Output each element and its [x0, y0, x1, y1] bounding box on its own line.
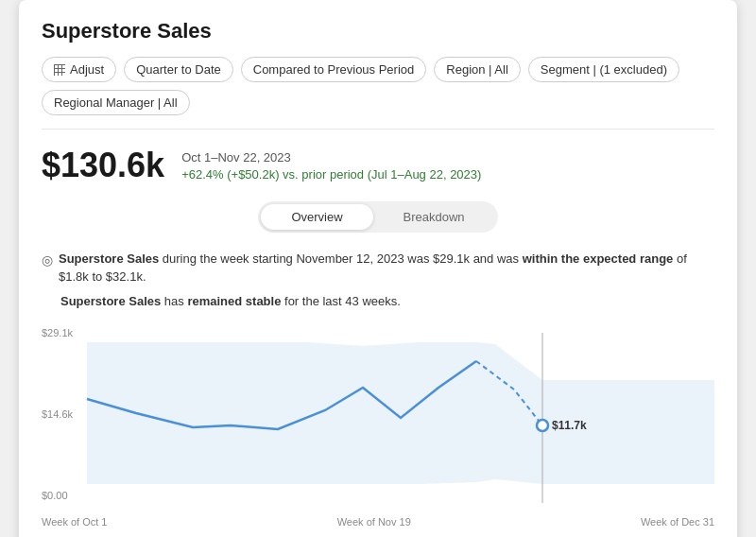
chart-area: $29.1k $14.6k $0.00 $11.7k [42, 323, 714, 512]
adjust-button[interactable]: Adjust [42, 57, 116, 82]
svg-text:$11.7k: $11.7k [552, 419, 587, 432]
tab-overview[interactable]: Overview [261, 204, 372, 230]
svg-text:$29.1k: $29.1k [42, 327, 74, 338]
x-label-nov: Week of Nov 19 [337, 516, 411, 528]
segment-label: Segment | (1 excluded) [541, 62, 667, 77]
metric-change: +62.4% (+$50.2k) vs. prior period (Jul 1… [181, 167, 481, 182]
page-title: Superstore Sales [42, 19, 714, 43]
region-label: Region | All [446, 62, 508, 77]
segment-button[interactable]: Segment | (1 excluded) [528, 57, 679, 82]
location-icon: ◎ [42, 251, 53, 270]
quarter-button[interactable]: Quarter to Date [124, 57, 233, 82]
main-card: Superstore Sales Adjust Quarter to Date … [19, 0, 737, 537]
chart-band [87, 342, 714, 484]
tabs-container: Overview Breakdown [258, 201, 497, 233]
insight-line2: Superstore Sales has remained stable for… [60, 292, 714, 311]
manager-label: Regional Manager | All [54, 95, 178, 110]
insight-mid2: has [161, 294, 187, 308]
compared-button[interactable]: Compared to Previous Period [241, 57, 427, 82]
insight-bold-sales: Superstore Sales [59, 251, 159, 266]
insight-bold-stable: remained stable [187, 294, 281, 308]
metric-row: $130.6k Oct 1–Nov 22, 2023 +62.4% (+$50.… [42, 147, 714, 184]
x-label-oct: Week of Oct 1 [42, 516, 108, 528]
insight-suffix2: for the last 43 weeks. [281, 294, 400, 308]
insight-bold-sales2: Superstore Sales [60, 294, 161, 308]
metric-detail: Oct 1–Nov 22, 2023 +62.4% (+$50.2k) vs. … [181, 147, 481, 182]
chart-svg: $29.1k $14.6k $0.00 $11.7k [42, 323, 714, 512]
grid-icon [54, 64, 65, 76]
chart-datapoint [537, 420, 548, 431]
compared-label: Compared to Previous Period [253, 62, 415, 77]
insight-line1: ◎ Superstore Sales during the week start… [42, 250, 714, 286]
tabs-row: Overview Breakdown [42, 201, 714, 233]
tab-breakdown[interactable]: Breakdown [373, 204, 495, 230]
toolbar: Adjust Quarter to Date Compared to Previ… [42, 57, 714, 130]
metric-value: $130.6k [42, 147, 164, 184]
region-button[interactable]: Region | All [434, 57, 521, 82]
insight-bold-range: within the expected range [523, 251, 674, 266]
quarter-label: Quarter to Date [136, 62, 221, 77]
svg-text:$0.00: $0.00 [42, 490, 68, 501]
x-labels: Week of Oct 1 Week of Nov 19 Week of Dec… [42, 516, 714, 528]
insight-mid: during the week starting November 12, 20… [159, 251, 522, 266]
svg-text:$14.6k: $14.6k [42, 408, 74, 420]
adjust-label: Adjust [70, 62, 104, 77]
manager-button[interactable]: Regional Manager | All [42, 90, 190, 115]
x-label-dec: Week of Dec 31 [641, 516, 714, 528]
metric-period: Oct 1–Nov 22, 2023 [181, 150, 481, 165]
